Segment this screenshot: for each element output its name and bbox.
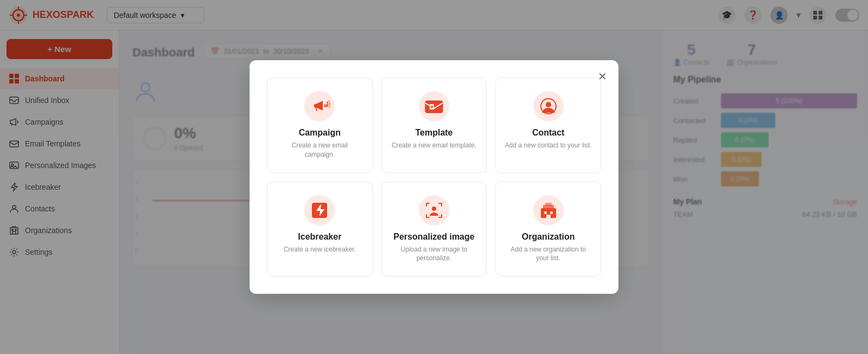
modal-card-personalized-image[interactable]: Personalized image Upload a new image to… [381, 182, 487, 277]
modal-card-template[interactable]: Template Create a new email template. [381, 78, 487, 173]
modal-grid: Campaign Create a new email campaign. Te… [267, 78, 601, 276]
modal-close-button[interactable]: ✕ [595, 69, 610, 84]
svg-rect-29 [430, 104, 434, 110]
modal-card-campaign[interactable]: Campaign Create a new email campaign. [267, 78, 373, 173]
modal-card-desc-personalized-image: Upload a new image to personalize. [391, 245, 478, 263]
svg-point-32 [546, 102, 551, 107]
modal-card-icon-personalized-image [391, 195, 478, 226]
modal-card-title-personalized-image: Personalized image [391, 232, 478, 242]
modal-card-title-template: Template [391, 128, 478, 138]
modal-overlay[interactable]: ✕ Campaign Create a new email campaign. … [0, 0, 868, 354]
modal-card-icebreaker[interactable]: Icebreaker Create a new icebreaker. [267, 182, 373, 277]
modal-card-icon-template [391, 91, 478, 121]
svg-point-36 [432, 207, 436, 211]
modal-card-title-icebreaker: Icebreaker [276, 232, 363, 242]
modal-card-desc-organization: Add a new organization to your list. [505, 245, 592, 263]
svg-point-25 [324, 104, 327, 107]
modal-card-icon-icebreaker [276, 195, 363, 226]
modal-card-desc-campaign: Create a new email campaign. [276, 141, 363, 159]
modal-card-icon-campaign [276, 91, 363, 121]
modal-card-desc-template: Create a new email template. [391, 141, 478, 150]
modal-card-icon-organization [505, 195, 592, 226]
svg-rect-43 [546, 215, 551, 218]
modal-card-desc-icebreaker: Create a new icebreaker. [276, 245, 363, 254]
modal-card-title-contact: Contact [505, 128, 592, 138]
svg-rect-41 [544, 211, 547, 214]
modal-card-title-organization: Organization [505, 232, 592, 242]
svg-rect-40 [545, 203, 552, 206]
modal-card-desc-contact: Add a new contact to your list. [505, 141, 592, 150]
modal-card-icon-contact [505, 91, 592, 121]
svg-rect-42 [550, 211, 553, 214]
modal-card-organization[interactable]: Organization Add a new organization to y… [495, 182, 601, 277]
modal-card-title-campaign: Campaign [276, 128, 363, 138]
modal-card-contact[interactable]: Contact Add a new contact to your list. [495, 78, 601, 173]
modal: ✕ Campaign Create a new email campaign. … [250, 60, 618, 294]
